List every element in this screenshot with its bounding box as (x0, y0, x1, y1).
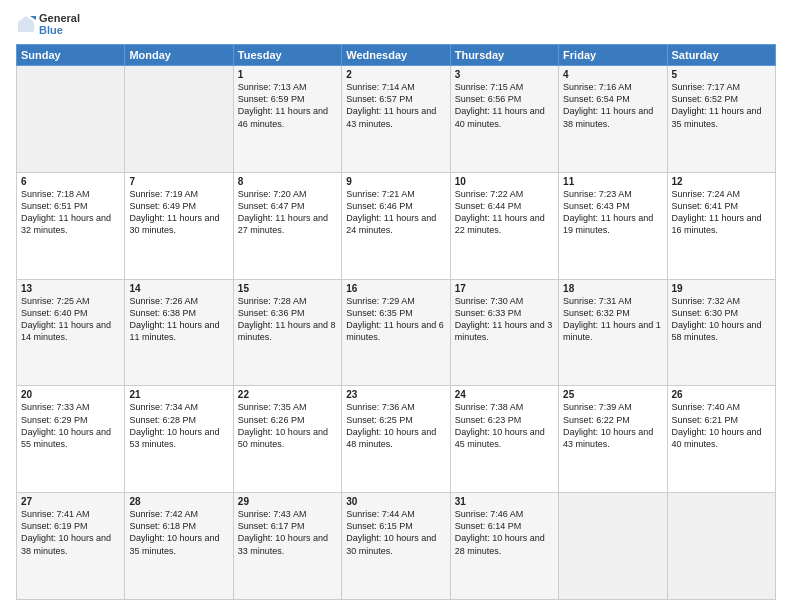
logo-display: General Blue (16, 12, 80, 36)
header: General Blue (16, 12, 776, 36)
day-number: 22 (238, 389, 337, 400)
logo-line1: General (39, 12, 80, 24)
day-info: Sunrise: 7:33 AMSunset: 6:29 PMDaylight:… (21, 401, 120, 450)
calendar-week-row: 1Sunrise: 7:13 AMSunset: 6:59 PMDaylight… (17, 66, 776, 173)
day-info: Sunrise: 7:15 AMSunset: 6:56 PMDaylight:… (455, 81, 554, 130)
day-info: Sunrise: 7:46 AMSunset: 6:14 PMDaylight:… (455, 508, 554, 557)
calendar-cell: 11Sunrise: 7:23 AMSunset: 6:43 PMDayligh… (559, 172, 667, 279)
day-info: Sunrise: 7:39 AMSunset: 6:22 PMDaylight:… (563, 401, 662, 450)
day-info: Sunrise: 7:22 AMSunset: 6:44 PMDaylight:… (455, 188, 554, 237)
day-number: 11 (563, 176, 662, 187)
day-info: Sunrise: 7:28 AMSunset: 6:36 PMDaylight:… (238, 295, 337, 344)
calendar-day-header: Thursday (450, 45, 558, 66)
calendar-cell: 27Sunrise: 7:41 AMSunset: 6:19 PMDayligh… (17, 493, 125, 600)
day-number: 1 (238, 69, 337, 80)
calendar-week-row: 27Sunrise: 7:41 AMSunset: 6:19 PMDayligh… (17, 493, 776, 600)
day-info: Sunrise: 7:35 AMSunset: 6:26 PMDaylight:… (238, 401, 337, 450)
day-info: Sunrise: 7:26 AMSunset: 6:38 PMDaylight:… (129, 295, 228, 344)
day-number: 26 (672, 389, 771, 400)
day-info: Sunrise: 7:18 AMSunset: 6:51 PMDaylight:… (21, 188, 120, 237)
calendar-cell: 25Sunrise: 7:39 AMSunset: 6:22 PMDayligh… (559, 386, 667, 493)
calendar-cell: 31Sunrise: 7:46 AMSunset: 6:14 PMDayligh… (450, 493, 558, 600)
day-number: 10 (455, 176, 554, 187)
day-info: Sunrise: 7:32 AMSunset: 6:30 PMDaylight:… (672, 295, 771, 344)
day-info: Sunrise: 7:44 AMSunset: 6:15 PMDaylight:… (346, 508, 445, 557)
day-number: 2 (346, 69, 445, 80)
calendar-week-row: 20Sunrise: 7:33 AMSunset: 6:29 PMDayligh… (17, 386, 776, 493)
day-info: Sunrise: 7:38 AMSunset: 6:23 PMDaylight:… (455, 401, 554, 450)
day-number: 27 (21, 496, 120, 507)
day-info: Sunrise: 7:43 AMSunset: 6:17 PMDaylight:… (238, 508, 337, 557)
calendar-cell: 17Sunrise: 7:30 AMSunset: 6:33 PMDayligh… (450, 279, 558, 386)
calendar-week-row: 6Sunrise: 7:18 AMSunset: 6:51 PMDaylight… (17, 172, 776, 279)
logo: General Blue (16, 12, 80, 36)
logo-graphic-icon (16, 14, 36, 34)
calendar-cell (125, 66, 233, 173)
day-number: 20 (21, 389, 120, 400)
day-number: 30 (346, 496, 445, 507)
day-info: Sunrise: 7:13 AMSunset: 6:59 PMDaylight:… (238, 81, 337, 130)
day-info: Sunrise: 7:17 AMSunset: 6:52 PMDaylight:… (672, 81, 771, 130)
day-number: 14 (129, 283, 228, 294)
day-number: 4 (563, 69, 662, 80)
day-info: Sunrise: 7:23 AMSunset: 6:43 PMDaylight:… (563, 188, 662, 237)
day-info: Sunrise: 7:30 AMSunset: 6:33 PMDaylight:… (455, 295, 554, 344)
day-number: 3 (455, 69, 554, 80)
calendar-cell: 29Sunrise: 7:43 AMSunset: 6:17 PMDayligh… (233, 493, 341, 600)
day-number: 23 (346, 389, 445, 400)
calendar-day-header: Saturday (667, 45, 775, 66)
calendar-day-header: Sunday (17, 45, 125, 66)
logo-text: General Blue (39, 12, 80, 36)
day-info: Sunrise: 7:34 AMSunset: 6:28 PMDaylight:… (129, 401, 228, 450)
calendar-cell: 28Sunrise: 7:42 AMSunset: 6:18 PMDayligh… (125, 493, 233, 600)
calendar-day-header: Friday (559, 45, 667, 66)
day-info: Sunrise: 7:24 AMSunset: 6:41 PMDaylight:… (672, 188, 771, 237)
calendar-cell: 8Sunrise: 7:20 AMSunset: 6:47 PMDaylight… (233, 172, 341, 279)
calendar-header-row: SundayMondayTuesdayWednesdayThursdayFrid… (17, 45, 776, 66)
day-info: Sunrise: 7:21 AMSunset: 6:46 PMDaylight:… (346, 188, 445, 237)
day-number: 8 (238, 176, 337, 187)
day-info: Sunrise: 7:25 AMSunset: 6:40 PMDaylight:… (21, 295, 120, 344)
svg-marker-1 (30, 16, 36, 20)
day-number: 6 (21, 176, 120, 187)
calendar-cell: 30Sunrise: 7:44 AMSunset: 6:15 PMDayligh… (342, 493, 450, 600)
day-number: 24 (455, 389, 554, 400)
day-info: Sunrise: 7:19 AMSunset: 6:49 PMDaylight:… (129, 188, 228, 237)
day-number: 18 (563, 283, 662, 294)
calendar-cell: 13Sunrise: 7:25 AMSunset: 6:40 PMDayligh… (17, 279, 125, 386)
day-info: Sunrise: 7:42 AMSunset: 6:18 PMDaylight:… (129, 508, 228, 557)
calendar-cell: 6Sunrise: 7:18 AMSunset: 6:51 PMDaylight… (17, 172, 125, 279)
calendar-week-row: 13Sunrise: 7:25 AMSunset: 6:40 PMDayligh… (17, 279, 776, 386)
calendar-cell: 2Sunrise: 7:14 AMSunset: 6:57 PMDaylight… (342, 66, 450, 173)
calendar-cell: 26Sunrise: 7:40 AMSunset: 6:21 PMDayligh… (667, 386, 775, 493)
day-number: 7 (129, 176, 228, 187)
day-info: Sunrise: 7:14 AMSunset: 6:57 PMDaylight:… (346, 81, 445, 130)
calendar-cell: 12Sunrise: 7:24 AMSunset: 6:41 PMDayligh… (667, 172, 775, 279)
calendar-cell: 10Sunrise: 7:22 AMSunset: 6:44 PMDayligh… (450, 172, 558, 279)
calendar-cell: 5Sunrise: 7:17 AMSunset: 6:52 PMDaylight… (667, 66, 775, 173)
day-info: Sunrise: 7:40 AMSunset: 6:21 PMDaylight:… (672, 401, 771, 450)
calendar-cell: 16Sunrise: 7:29 AMSunset: 6:35 PMDayligh… (342, 279, 450, 386)
calendar-cell: 9Sunrise: 7:21 AMSunset: 6:46 PMDaylight… (342, 172, 450, 279)
calendar-cell: 1Sunrise: 7:13 AMSunset: 6:59 PMDaylight… (233, 66, 341, 173)
calendar-cell: 15Sunrise: 7:28 AMSunset: 6:36 PMDayligh… (233, 279, 341, 386)
calendar-cell: 7Sunrise: 7:19 AMSunset: 6:49 PMDaylight… (125, 172, 233, 279)
day-number: 28 (129, 496, 228, 507)
page: General Blue SundayMondayTuesdayWednesda… (0, 0, 792, 612)
day-number: 31 (455, 496, 554, 507)
calendar-day-header: Wednesday (342, 45, 450, 66)
calendar-cell: 18Sunrise: 7:31 AMSunset: 6:32 PMDayligh… (559, 279, 667, 386)
calendar-table: SundayMondayTuesdayWednesdayThursdayFrid… (16, 44, 776, 600)
day-info: Sunrise: 7:20 AMSunset: 6:47 PMDaylight:… (238, 188, 337, 237)
day-number: 13 (21, 283, 120, 294)
calendar-cell: 19Sunrise: 7:32 AMSunset: 6:30 PMDayligh… (667, 279, 775, 386)
day-info: Sunrise: 7:36 AMSunset: 6:25 PMDaylight:… (346, 401, 445, 450)
day-number: 5 (672, 69, 771, 80)
calendar-day-header: Tuesday (233, 45, 341, 66)
calendar-cell: 22Sunrise: 7:35 AMSunset: 6:26 PMDayligh… (233, 386, 341, 493)
day-number: 19 (672, 283, 771, 294)
day-number: 29 (238, 496, 337, 507)
day-number: 12 (672, 176, 771, 187)
day-info: Sunrise: 7:41 AMSunset: 6:19 PMDaylight:… (21, 508, 120, 557)
svg-marker-0 (18, 16, 34, 32)
